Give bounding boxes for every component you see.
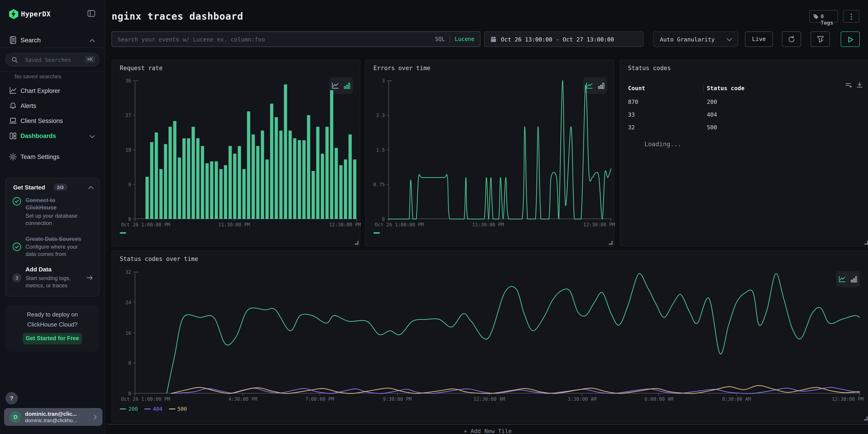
run-query-button[interactable] [841,31,860,47]
deploy-line1: Ready to deploy on [5,311,99,318]
add-new-tile-label: + Add New Tile [107,428,868,434]
gs-item-desc: Configure where yourdata comes from [26,243,78,258]
check-circle-icon [12,242,22,251]
panel-status-codes: Status codes CountStatus code87020033404… [620,60,868,246]
user-email: dominic.tran@clickho... [25,417,77,423]
avatar: D [9,411,22,423]
chevron-down-icon [726,38,732,41]
sidebar-collapse-icon[interactable] [87,10,95,17]
saved-searches-placeholder: Saved Searches [25,57,71,63]
chart-title: Errors over time [373,65,430,71]
laptop-icon [9,117,17,125]
legend-item[interactable]: 200 [120,406,138,412]
panel-errors-over-time: Errors over time 32.31.50.750Oct 26 1:00… [365,60,614,246]
kebab-menu-button[interactable] [843,10,859,23]
check-circle-icon [12,197,22,206]
logo-row: HyperDX [0,8,105,21]
chart-title: Request rate [120,65,162,71]
request-rate-chart[interactable]: 36271890Oct 26 1:00:00 PM11:30:00 PM12:3… [135,81,357,219]
tags-button[interactable]: 0 Tags [809,10,838,23]
gs-item-desc: Set up your databaseconnection [26,212,78,227]
search-section-label: Search [21,36,41,44]
app: HyperDX Search Saved Searches ⌘K No save… [0,0,868,434]
bell-icon [9,102,17,110]
progress-badge: 2/3 [53,184,67,191]
loading-label: Loading... [644,140,682,148]
refresh-button[interactable] [782,31,801,47]
y-axis-labels: 36271890 [114,81,131,219]
resize-handle[interactable] [609,241,613,245]
sidebar-item-alerts[interactable]: Alerts [0,99,105,114]
chart-legend[interactable] [120,232,126,234]
arrow-right-icon[interactable] [86,275,93,281]
gs-item-title[interactable]: Add Data [26,266,52,273]
nav-label: Team Settings [21,153,59,160]
step-number-badge: 3 [12,273,22,282]
table-row[interactable]: 32500 [628,124,861,133]
nav-label: Chart Explorer [21,87,60,94]
resize-handle[interactable] [864,417,868,420]
chart-title: Status codes over time [120,255,198,262]
panel-status-codes-over-time: Status codes over time 32241680Oct 26 1:… [112,250,868,422]
event-search-input[interactable]: Search your events w/ Lucene ex. column:… [112,31,480,47]
lucene-toggle[interactable]: Lucene [455,36,474,42]
resize-handle[interactable] [355,241,359,245]
sql-toggle[interactable]: SQL [435,36,445,42]
table-row[interactable]: 33404 [628,111,861,120]
shortcut-badge: ⌘K [85,56,95,63]
sidebar: HyperDX Search Saved Searches ⌘K No save… [0,0,105,434]
granularity-select[interactable]: Auto Granularity [653,31,738,47]
chevron-right-icon [93,414,99,418]
chart-legend[interactable] [373,232,380,234]
hyperdx-logo-icon [9,9,18,19]
sidebar-item-team-settings[interactable]: Team Settings [0,150,105,164]
table-row[interactable]: 870200 [628,98,861,107]
event-search-placeholder: Search your events w/ Lucene ex. column:… [118,36,265,43]
get-started-title: Get Started [13,184,45,191]
main-area: nginx traces dashboard 0 Tags Search you… [105,0,868,434]
page-title: nginx traces dashboard [112,11,243,22]
chevron-up-icon[interactable] [88,186,94,189]
get-started-free-button[interactable]: Get Started for Free [23,333,82,344]
brand-name: HyperDX [21,10,51,18]
chevron-down-icon [89,135,95,138]
chart-title: Status codes [628,65,671,71]
search-icon [11,57,19,64]
dashboards-icon [9,132,17,140]
nav-label: Client Sessions [21,118,63,124]
deploy-card: Ready to deploy on ClickHouse Cloud? Get… [5,305,99,351]
legend-item[interactable] [373,232,380,234]
gs-item-title[interactable]: Create Data Sources [26,236,81,243]
date-range-picker[interactable]: Oct 26 13:00:00 - Oct 27 13:00:00 [484,31,644,47]
deploy-line2: ClickHouse Cloud? [5,321,99,328]
user-menu[interactable]: D dominic.tran@clic... dominic.tran@clic… [4,408,102,426]
legend-item[interactable]: 404 [144,406,162,412]
user-name: dominic.tran@clic... [25,411,77,417]
query-language-toggle[interactable]: SQL | Lucene [435,36,475,42]
gs-item-title[interactable]: Connect toClickHouse [26,197,57,211]
sidebar-item-search[interactable]: Search [0,34,105,48]
granularity-value: Auto Granularity [660,36,715,43]
sidebar-item-client-sessions[interactable]: Client Sessions [0,114,105,128]
resize-handle[interactable] [864,241,868,245]
help-button[interactable]: ? [5,392,18,404]
chart-line-icon [9,87,17,95]
live-button[interactable]: Live [745,31,773,47]
filter-button[interactable] [811,31,830,47]
add-new-tile-button[interactable]: + Add New Tile [107,424,868,434]
date-range-value: Oct 26 13:00:00 - Oct 27 13:00:00 [501,36,614,43]
divider [0,71,105,72]
errors-chart[interactable]: 32.31.50.750Oct 26 1:00:00 PM11:30:00 PM… [389,81,611,219]
saved-searches-input[interactable]: Saved Searches ⌘K [5,53,99,66]
tags-count-label: 0 Tags [820,13,837,26]
status-codes-over-time-chart[interactable]: 32241680Oct 26 1:00:00 PM4:30:00 PM7:00:… [135,272,860,394]
legend-item[interactable] [120,232,126,234]
live-label: Live [752,35,766,42]
sidebar-item-chart-explorer[interactable]: Chart Explorer [0,84,105,98]
chart-legend[interactable]: 200404500 [120,406,187,412]
chevron-up-icon [89,39,95,42]
sidebar-item-dashboards[interactable]: Dashboards [0,129,105,144]
table-header[interactable]: CountStatus code [628,85,861,94]
legend-item[interactable]: 500 [169,406,187,412]
gs-item-desc: Start sending logs,metrics, or traces [26,275,71,289]
